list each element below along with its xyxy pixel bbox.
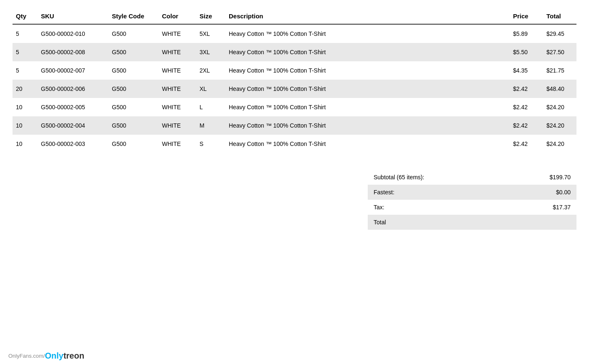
cell-description: Heavy Cotton ™ 100% Cotton T-Shirt [225,135,510,153]
summary-label: Fastest: [368,185,505,200]
cell-style-code: G500 [109,135,159,153]
cell-size: 2XL [196,61,225,80]
cell-style-code: G500 [109,98,159,116]
cell-sku: G500-00002-005 [38,98,109,116]
table-row: 10G500-00002-005G500WHITELHeavy Cotton ™… [13,98,576,116]
cell-sku: G500-00002-008 [38,43,109,61]
cell-qty: 5 [13,61,38,80]
table-row: 10G500-00002-003G500WHITESHeavy Cotton ™… [13,135,576,153]
cell-size: 3XL [196,43,225,61]
cell-qty: 5 [13,24,38,43]
cell-color: WHITE [159,24,196,43]
summary-row: Total [368,215,576,230]
cell-qty: 10 [13,98,38,116]
cell-size: S [196,135,225,153]
cell-qty: 10 [13,135,38,153]
cell-qty: 10 [13,116,38,135]
summary-row: Subtotal (65 items):$199.70 [368,170,576,185]
summary-label: Tax: [368,200,505,215]
header-style-code: Style Code [109,8,159,24]
cell-sku: G500-00002-006 [38,80,109,98]
cell-description: Heavy Cotton ™ 100% Cotton T-Shirt [225,61,510,80]
cell-description: Heavy Cotton ™ 100% Cotton T-Shirt [225,80,510,98]
table-header-row: Qty SKU Style Code Color Size Descriptio… [13,8,576,24]
cell-style-code: G500 [109,61,159,80]
cell-price: $2.42 [510,116,543,135]
summary-table: Subtotal (65 items):$199.70Fastest:$0.00… [368,170,576,230]
cell-price: $4.35 [510,61,543,80]
summary-value: $0.00 [505,185,576,200]
cell-total: $27.50 [543,43,576,61]
cell-description: Heavy Cotton ™ 100% Cotton T-Shirt [225,116,510,135]
cell-sku: G500-00002-007 [38,61,109,80]
cell-description: Heavy Cotton ™ 100% Cotton T-Shirt [225,98,510,116]
summary-section: Subtotal (65 items):$199.70Fastest:$0.00… [13,170,576,230]
cell-price: $2.42 [510,98,543,116]
cell-style-code: G500 [109,24,159,43]
order-table: Qty SKU Style Code Color Size Descriptio… [13,8,576,153]
header-description: Description [225,8,510,24]
cell-color: WHITE [159,116,196,135]
cell-price: $2.42 [510,80,543,98]
table-row: 5G500-00002-010G500WHITE5XLHeavy Cotton … [13,24,576,43]
cell-style-code: G500 [109,80,159,98]
cell-color: WHITE [159,80,196,98]
cell-color: WHITE [159,135,196,153]
summary-label: Subtotal (65 items): [368,170,505,185]
header-sku: SKU [38,8,109,24]
table-row: 5G500-00002-008G500WHITE3XLHeavy Cotton … [13,43,576,61]
table-row: 5G500-00002-007G500WHITE2XLHeavy Cotton … [13,61,576,80]
cell-color: WHITE [159,98,196,116]
cell-color: WHITE [159,43,196,61]
cell-sku: G500-00002-004 [38,116,109,135]
header-total: Total [543,8,576,24]
header-qty: Qty [13,8,38,24]
cell-size: L [196,98,225,116]
summary-value: $199.70 [505,170,576,185]
cell-style-code: G500 [109,43,159,61]
summary-value [505,215,576,230]
header-size: Size [196,8,225,24]
header-price: Price [510,8,543,24]
cell-sku: G500-00002-003 [38,135,109,153]
cell-description: Heavy Cotton ™ 100% Cotton T-Shirt [225,24,510,43]
cell-qty: 20 [13,80,38,98]
cell-size: 5XL [196,24,225,43]
cell-price: $5.89 [510,24,543,43]
summary-value: $17.37 [505,200,576,215]
summary-row: Tax:$17.37 [368,200,576,215]
summary-label: Total [368,215,505,230]
cell-price: $2.42 [510,135,543,153]
cell-total: $48.40 [543,80,576,98]
cell-total: $24.20 [543,116,576,135]
cell-size: XL [196,80,225,98]
cell-color: WHITE [159,61,196,80]
header-color: Color [159,8,196,24]
cell-total: $21.75 [543,61,576,80]
cell-total: $29.45 [543,24,576,43]
cell-style-code: G500 [109,116,159,135]
cell-sku: G500-00002-010 [38,24,109,43]
table-row: 20G500-00002-006G500WHITEXLHeavy Cotton … [13,80,576,98]
summary-row: Fastest:$0.00 [368,185,576,200]
cell-description: Heavy Cotton ™ 100% Cotton T-Shirt [225,43,510,61]
cell-size: M [196,116,225,135]
cell-total: $24.20 [543,98,576,116]
table-row: 10G500-00002-004G500WHITEMHeavy Cotton ™… [13,116,576,135]
cell-total: $24.20 [543,135,576,153]
cell-price: $5.50 [510,43,543,61]
cell-qty: 5 [13,43,38,61]
